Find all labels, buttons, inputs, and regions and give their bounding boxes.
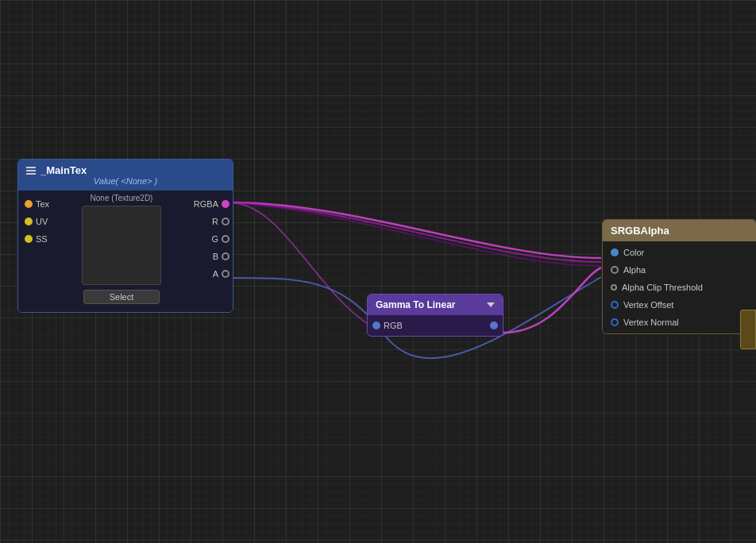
- alpha-label: Alpha: [623, 265, 646, 275]
- vertex-offset-label: Vertex Offset: [623, 300, 673, 310]
- gamma-body: RGB: [368, 315, 503, 336]
- port-uv[interactable]: UV: [25, 214, 68, 229]
- vertex-offset-dot[interactable]: [611, 301, 619, 309]
- rgb-in-label: RGB: [384, 321, 403, 330]
- preview-label: None (Texture2D): [91, 194, 153, 202]
- rgba-label: RGBA: [194, 199, 218, 209]
- port-a[interactable]: A: [213, 267, 230, 281]
- a-label: A: [213, 269, 218, 279]
- gamma-header: Gamma To Linear: [368, 295, 503, 315]
- uv-label: UV: [36, 217, 48, 226]
- right-edge-node: [740, 310, 756, 349]
- color-dot[interactable]: [611, 248, 619, 256]
- rgb-in-dot[interactable]: [372, 322, 380, 329]
- port-ss[interactable]: SS: [25, 232, 68, 246]
- maintex-title: _MainTex: [40, 164, 87, 176]
- maintex-header: _MainTex Value( <None> ): [18, 160, 233, 191]
- ss-dot[interactable]: [25, 235, 33, 243]
- b-label: B: [213, 252, 218, 261]
- port-rgba[interactable]: RGBA: [194, 197, 230, 211]
- maintex-left-ports: Tex UV SS: [18, 194, 74, 309]
- vertex-normal-label: Vertex Normal: [623, 318, 679, 327]
- srgb-body: Color Alpha Alpha Clip Threshold Vertex …: [603, 241, 756, 333]
- port-vertex-offset[interactable]: Vertex Offset: [606, 297, 753, 313]
- rgb-out-dot[interactable]: [490, 322, 498, 329]
- srgb-header: SRGBAlpha: [603, 220, 756, 241]
- g-dot[interactable]: [222, 235, 230, 243]
- r-dot[interactable]: [222, 218, 230, 225]
- maintex-menu-icon[interactable]: [26, 167, 36, 175]
- select-button[interactable]: Select: [83, 290, 160, 304]
- port-b[interactable]: B: [213, 249, 230, 264]
- color-label: Color: [623, 248, 644, 257]
- port-rgb-in[interactable]: RGB: [372, 318, 403, 333]
- a-dot[interactable]: [222, 270, 230, 278]
- gamma-node: Gamma To Linear RGB: [367, 294, 503, 337]
- rgba-dot[interactable]: [222, 200, 230, 208]
- gamma-title: Gamma To Linear: [376, 299, 455, 310]
- alpha-clip-dot[interactable]: [611, 284, 617, 291]
- maintex-right-ports: RGBA R G B A: [169, 194, 233, 309]
- maintex-preview: None (Texture2D) Select: [74, 194, 169, 309]
- port-g[interactable]: G: [211, 232, 230, 246]
- tex-dot[interactable]: [25, 200, 33, 208]
- alpha-clip-label: Alpha Clip Threshold: [622, 283, 703, 292]
- srgb-title: SRGBAlpha: [611, 225, 748, 237]
- ss-label: SS: [36, 234, 48, 244]
- alpha-dot[interactable]: [611, 266, 619, 274]
- preview-box: [82, 206, 161, 285]
- port-r[interactable]: R: [212, 214, 230, 229]
- port-tex[interactable]: Tex: [25, 197, 68, 211]
- tex-label: Tex: [36, 199, 49, 209]
- port-color[interactable]: Color: [606, 245, 753, 260]
- port-alpha[interactable]: Alpha: [606, 262, 753, 278]
- port-alpha-clip[interactable]: Alpha Clip Threshold: [606, 279, 753, 295]
- r-label: R: [212, 217, 218, 226]
- b-dot[interactable]: [222, 252, 230, 260]
- maintex-subtitle: Value( <None> ): [26, 176, 225, 186]
- port-rgb-out[interactable]: [490, 318, 498, 333]
- maintex-node: _MainTex Value( <None> ) Tex UV SS None …: [17, 159, 233, 313]
- srgb-node: SRGBAlpha Color Alpha Alpha Clip Thresho…: [602, 219, 756, 334]
- vertex-normal-dot[interactable]: [611, 318, 619, 326]
- g-label: G: [211, 234, 218, 244]
- port-vertex-normal[interactable]: Vertex Normal: [606, 314, 753, 330]
- gamma-dropdown-icon[interactable]: [487, 302, 495, 307]
- uv-dot[interactable]: [25, 218, 33, 225]
